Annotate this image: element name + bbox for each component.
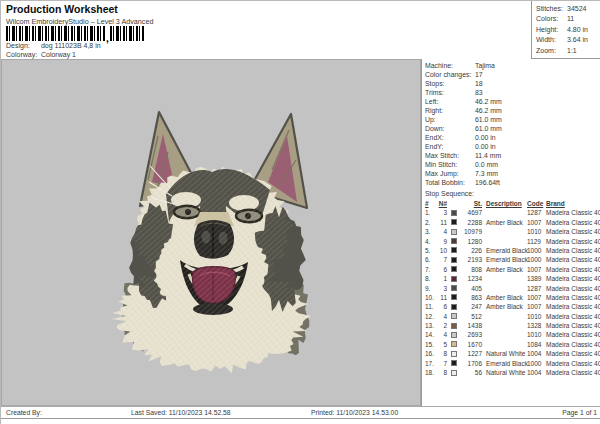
- thread-color-swatch: [451, 332, 457, 338]
- cell-description: Amber Black: [486, 302, 526, 311]
- barcode-icon: ,: [6, 26, 144, 41]
- row-value: 4.80 in: [567, 25, 588, 35]
- thread-color-swatch: [451, 313, 457, 319]
- cell-description: Emerald Black: [486, 359, 526, 368]
- row-label: Min Stitch:: [425, 160, 475, 169]
- cell-code: 1000: [527, 359, 545, 368]
- thread-color-swatch: [451, 266, 457, 272]
- cell-stitches: 10979: [460, 227, 482, 236]
- cell-needle: 8: [436, 368, 447, 377]
- row-value: 34524: [567, 4, 586, 14]
- cell-stitches: 1438: [460, 321, 482, 330]
- row-label: Max Stitch:: [425, 151, 475, 160]
- header: Production Worksheet Wilcom EmbroiderySt…: [1, 1, 531, 59]
- cell-brand: Madeira Classic 40: [546, 293, 600, 302]
- cell-description: Natural White: [486, 368, 526, 377]
- cell-code: 1007: [527, 218, 545, 227]
- key-value-row: Stops: 18: [422, 79, 600, 88]
- row-value: 0.0 mm: [475, 160, 498, 169]
- cell-code: 1287: [527, 284, 545, 293]
- row-value: 11: [567, 14, 574, 24]
- cell-brand: Madeira Classic 40: [546, 312, 600, 321]
- cell-brand: Madeira Classic 40: [546, 237, 600, 246]
- thread-color-swatch: [451, 323, 457, 329]
- cell-code: 1007: [527, 302, 545, 311]
- table-row: 12. 4 512 1010 Madeira Classic 40: [422, 312, 600, 321]
- cell-code: 1129: [527, 237, 545, 246]
- key-value-row: Up: 61.0 mm: [422, 115, 600, 124]
- cell-brand: Madeira Classic 40: [546, 349, 600, 358]
- cell-code: 1328: [527, 321, 545, 330]
- row-value: 61.0 mm: [475, 124, 502, 133]
- cell-needle: 4: [436, 312, 447, 321]
- cell-description: Natural White: [486, 349, 526, 358]
- row-label: Total Bobbin:: [425, 178, 475, 187]
- thread-color-swatch: [451, 247, 457, 253]
- cell-stitches: 247: [460, 302, 482, 311]
- key-value-row: Trims: 83: [422, 88, 600, 97]
- cell-description: Amber Black: [486, 218, 526, 227]
- cell-code: 1000: [527, 255, 545, 264]
- cell-code: 1004: [527, 368, 545, 377]
- table-row: 13. 2 1438 1328 Madeira Classic 40: [422, 321, 600, 330]
- row-value: 61.0 mm: [475, 115, 502, 124]
- row-label: Up:: [425, 115, 475, 124]
- table-row: 6. 7 2193 Emerald Black 1000 Madeira Cla…: [422, 255, 600, 264]
- key-value-row: Total Bobbin: 196.64ft: [422, 178, 600, 187]
- row-label: Trims:: [425, 88, 475, 97]
- thread-color-swatch: [451, 294, 457, 300]
- thread-color-swatch: [451, 304, 457, 310]
- col-description: Description: [486, 199, 526, 208]
- table-row: 9. 3 405 1287 Madeira Classic 40: [422, 284, 600, 293]
- cell-brand: Madeira Classic 40: [546, 208, 600, 217]
- cell-stitches: 808: [460, 265, 482, 274]
- cell-description: Amber Black: [486, 293, 526, 302]
- row-value: 83: [475, 88, 483, 97]
- cell-brand: Madeira Classic 40: [546, 218, 600, 227]
- page-title: Production Worksheet: [6, 3, 118, 15]
- row-label: Stops:: [425, 79, 475, 88]
- thread-color-swatch: [451, 285, 457, 291]
- thread-color-swatch: [451, 370, 457, 376]
- cell-needle: 1: [436, 274, 447, 283]
- row-label: Colors:: [536, 14, 567, 24]
- cell-brand: Madeira Classic 40: [546, 302, 600, 311]
- table-row: 4. 9 1280 1129 Madeira Classic 40: [422, 237, 600, 246]
- design-stats-box: Stitches: 34524 Colors: 11 Height: 4.80 …: [531, 1, 600, 59]
- cell-needle: 3: [436, 284, 447, 293]
- cell-code: 1007: [527, 293, 545, 302]
- cell-stitches: 1280: [460, 237, 482, 246]
- key-value-row: Max Stitch: 11.4 mm: [422, 151, 600, 160]
- row-value: 17: [475, 70, 483, 79]
- cell-needle: 3: [436, 208, 447, 217]
- cell-stitches: 1706: [460, 359, 482, 368]
- key-value-row: Left: 46.2 mm: [422, 97, 600, 106]
- row-label: Machine:: [425, 61, 475, 70]
- key-value-row: EndX: 0.00 in: [422, 133, 600, 142]
- key-value-row: Width: 3.64 in: [532, 35, 600, 45]
- cell-brand: Madeira Classic 40: [546, 227, 600, 236]
- cell-needle: 10: [436, 246, 447, 255]
- cell-stitches: 226: [460, 246, 482, 255]
- app-subtitle: Wilcom EmbroideryStudio – Level 3 Advanc…: [6, 17, 153, 26]
- cell-stitches: 512: [460, 312, 482, 321]
- barcode-bars-right: [110, 26, 144, 41]
- row-value: 0.00 in: [475, 142, 496, 151]
- cell-code: 1007: [527, 265, 545, 274]
- row-value: 0.00 in: [475, 133, 496, 142]
- thread-color-swatch: [451, 341, 457, 347]
- row-value: 196.64ft: [475, 178, 500, 187]
- key-value-row: EndY: 0.00 in: [422, 142, 600, 151]
- cell-needle: 11: [436, 293, 447, 302]
- last-saved: Last Saved: 11/10/2023 14.52.58: [131, 409, 231, 416]
- cell-brand: Madeira Classic 40: [546, 246, 600, 255]
- row-value: 11.4 mm: [475, 151, 501, 160]
- cell-brand: Madeira Classic 40: [546, 265, 600, 274]
- row-label: Height:: [536, 25, 567, 35]
- cell-needle: 5: [436, 340, 447, 349]
- cell-description: Emerald Black: [486, 246, 526, 255]
- cell-brand: Madeira Classic 40: [546, 321, 600, 330]
- cell-code: 1084: [527, 340, 545, 349]
- cell-needle: 7: [436, 359, 447, 368]
- design-name-row: Design: dog 111023B 4,8 in: [6, 42, 101, 49]
